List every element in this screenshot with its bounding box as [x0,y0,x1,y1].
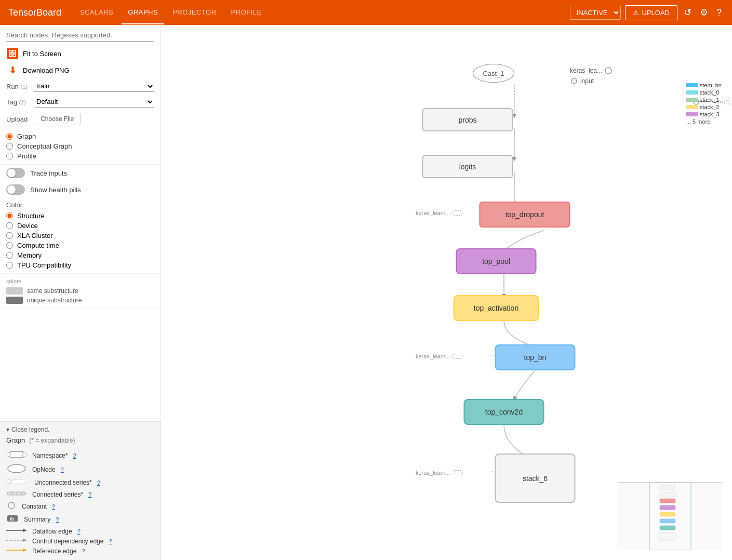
strip-item-stack-2: stack_2 [686,104,722,110]
top-pool-node[interactable]: top_pool [456,248,537,274]
inactive-select[interactable]: INACTIVE [570,6,621,20]
fit-to-screen-row[interactable]: Fit to Screen [0,45,161,62]
radio-profile[interactable] [6,153,13,159]
nav-scalars[interactable]: SCALARS [74,1,119,24]
logits-node[interactable]: logits [422,155,513,178]
legend-item-dataflow: Dataflow edge ? [6,526,154,536]
radio-profile-label[interactable]: Profile [17,152,36,160]
legend-opnode-text: OpNode [32,466,56,473]
unique-substructure-row: unique substructure [6,296,154,305]
svg-marker-20 [23,539,27,542]
svg-rect-31 [660,512,675,516]
mini-legend-area: keras_lea... input [570,66,613,88]
radio-structure[interactable] [6,212,13,219]
legend-connected-text: Connected series* [32,491,83,498]
legend-reference-link[interactable]: ? [82,548,85,554]
search-section [0,25,161,45]
legend-summary-text: Summary [24,516,50,523]
legend-summary-link[interactable]: ? [56,516,59,523]
strip-item-stem-bn: stem_bn [686,82,722,88]
color-tpu-row: TPU Compatibility [6,260,154,270]
probs-node[interactable]: probs [422,108,513,131]
radio-tpu-label[interactable]: TPU Compatibility [17,261,71,269]
legend-constant-link[interactable]: ? [52,503,55,510]
legend-item-connected: Connected series* ? [6,488,154,500]
top-bn-node[interactable]: top_bn [495,344,576,370]
top-activation-node[interactable]: top_activation [454,295,539,321]
search-input[interactable] [6,29,154,42]
edge-label-2: keras_learn... [416,353,463,359]
strip-item-stack-0: stack_0 [686,89,722,96]
legend-opnode-link[interactable]: ? [61,466,64,473]
svg-point-14 [8,502,15,509]
input-label: input [580,77,594,85]
help-button[interactable]: ? [714,5,724,20]
radio-graph-label[interactable]: Graph [17,132,36,140]
radio-device[interactable] [6,222,13,229]
legend-dataflow-link[interactable]: ? [77,528,81,535]
radio-xla-label[interactable]: XLA Cluster [17,232,53,239]
radio-compute[interactable] [6,242,13,249]
dataflow-shape [6,527,27,535]
minimap[interactable] [618,482,722,550]
legend-connected-link[interactable]: ? [88,491,91,498]
radio-tpu[interactable] [6,262,13,269]
radio-xla[interactable] [6,232,13,239]
radio-structure-label[interactable]: Structure [17,212,45,220]
strip-label-stack-2: stack_2 [700,104,720,110]
legend-item-summary: ih Summary ? [6,512,154,526]
svg-rect-0 [9,50,12,53]
tag-label: Tag (2) [6,98,32,106]
strip-stack-0 [686,90,698,95]
reference-shape [6,547,27,555]
unique-substructure-label: unique substructure [27,297,82,304]
top-conv2d-node[interactable]: top_conv2d [464,399,544,425]
trace-inputs-toggle[interactable] [6,168,25,178]
refresh-button[interactable]: ↺ [682,5,694,20]
legend-section: ▾ Close legend. Graph (* = expandable) [0,421,161,560]
topnav: TensorBoard SCALARS GRAPHS PROJECTOR PRO… [0,0,732,25]
upload-section-label: Upload [6,115,28,123]
show-health-pills-toggle[interactable] [6,184,25,195]
nav-projector[interactable]: PROJECTOR [166,1,222,24]
radio-memory[interactable] [6,252,13,259]
unconnected-shape [6,477,29,487]
download-png-row[interactable]: ⬇ Download PNG [0,62,161,78]
settings-button[interactable]: ⚙ [698,5,710,20]
substructure-section: colors same substructure unique substruc… [0,274,161,309]
trace-inputs-label: Trace inputs [30,169,67,177]
stack6-node[interactable]: stack_6 [495,454,576,503]
nav-profile[interactable]: PROFILE [225,1,268,24]
legend-namespace-link[interactable]: ? [73,452,76,459]
strip-label-stem-bn: stem_bn [700,82,722,88]
legend-unconnected-link[interactable]: ? [97,479,100,486]
legend-control-link[interactable]: ? [109,538,112,544]
strip-item-stack-1: stack_1 [686,97,722,103]
legend-graph-label: Graph [6,436,25,444]
run-select[interactable]: train [34,81,154,92]
svg-rect-30 [660,505,675,510]
top-dropout-node[interactable]: top_dropout [480,202,570,228]
cast1-node[interactable]: Cast_1 [473,64,514,83]
topnav-right: INACTIVE ⚠ UPLOAD ↺ ⚙ ? [570,5,724,20]
color-xla-row: XLA Cluster [6,231,154,241]
radio-conceptual[interactable] [6,143,13,150]
radio-conceptual-label[interactable]: Conceptual Graph [17,142,72,150]
radio-device-label[interactable]: Device [17,222,38,230]
radio-memory-label[interactable]: Memory [17,251,42,259]
radio-graph[interactable] [6,133,13,140]
svg-rect-2 [9,54,12,57]
main-graph[interactable]: Cast_1 probs logits top_dropout top_pool… [161,25,732,560]
radio-compute-label[interactable]: Compute time [17,242,59,249]
choose-file-button[interactable]: Choose File [34,113,81,125]
color-compute-row: Compute time [6,241,154,250]
edge-dot-3 [452,470,463,475]
upload-row: Upload Choose File [0,110,161,128]
upload-button[interactable]: ⚠ UPLOAD [625,5,677,20]
svg-point-24 [605,68,611,74]
nav-graphs[interactable]: GRAPHS [122,1,164,24]
show-health-pills-label: Show health pills [30,186,81,194]
tag-select[interactable]: Default [34,96,154,108]
legend-toggle[interactable]: ▾ Close legend. [6,426,154,433]
radio-conceptual-row: Conceptual Graph [6,141,154,151]
